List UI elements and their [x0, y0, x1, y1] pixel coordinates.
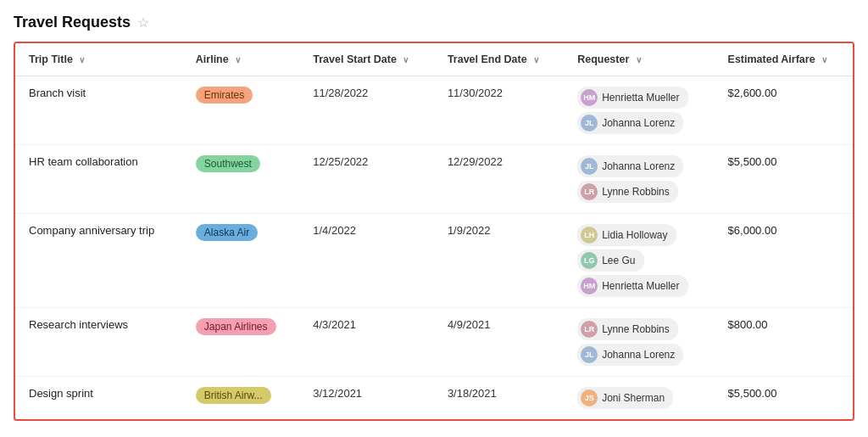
sort-requester-icon: ∨ — [636, 55, 642, 64]
airline-cell: Japan Airlines — [182, 308, 299, 377]
avatar: JL — [581, 346, 598, 363]
avatar: JS — [581, 389, 598, 406]
avatar: LR — [581, 321, 598, 338]
avatar: JL — [581, 115, 598, 132]
travel-start-date-cell: 4/3/2021 — [299, 308, 434, 377]
page-header: Travel Requests ☆ — [14, 14, 854, 31]
requester-name: Johanna Lorenz — [602, 117, 675, 129]
sort-end-date-icon: ∨ — [533, 55, 539, 64]
sort-start-date-icon: ∨ — [403, 55, 409, 64]
requester-name: Lynne Robbins — [602, 323, 670, 335]
requester-chip: JLJohanna Lorenz — [577, 344, 683, 366]
requester-chip: HMHenrietta Mueller — [577, 87, 687, 109]
estimated-airfare-cell: $6,000.00 — [715, 214, 853, 308]
requester-cell: LRLynne RobbinsJLJohanna Lorenz — [564, 308, 714, 377]
requester-name: Joni Sherman — [602, 392, 665, 404]
estimated-airfare-cell: $800.00 — [715, 308, 853, 377]
airline-badge: Japan Airlines — [196, 318, 276, 335]
trip-title-cell: Company anniversary trip — [15, 214, 182, 308]
page-title: Travel Requests — [14, 14, 131, 31]
requester-cell: JSJoni Sherman — [564, 377, 714, 420]
airline-badge: British Airw... — [196, 387, 271, 404]
requester-chip: JSJoni Sherman — [577, 387, 673, 409]
avatar: JL — [581, 158, 598, 175]
col-travel-start-date-label: Travel Start Date — [313, 53, 397, 65]
estimated-airfare-cell: $5,500.00 — [715, 377, 853, 420]
requester-cell: LHLidia HollowayLGLee GuHMHenrietta Muel… — [564, 214, 714, 308]
avatar: LG — [581, 252, 598, 269]
estimated-airfare-cell: $5,500.00 — [715, 145, 853, 214]
col-airline-label: Airline — [196, 53, 229, 65]
col-requester[interactable]: Requester ∨ — [564, 43, 714, 76]
col-trip-title[interactable]: Trip Title ∨ — [15, 43, 182, 76]
table-row: Research interviewsJapan Airlines4/3/202… — [15, 308, 853, 377]
requester-cell: HMHenrietta MuellerJLJohanna Lorenz — [564, 76, 714, 145]
requester-name: Lynne Robbins — [602, 186, 670, 198]
sort-trip-title-icon: ∨ — [79, 55, 85, 64]
requester-chip: LGLee Gu — [577, 249, 643, 272]
requester-chip: HMHenrietta Mueller — [577, 275, 687, 297]
trip-title-value: Branch visit — [29, 87, 86, 99]
travel-start-date-cell: 11/28/2022 — [299, 76, 434, 145]
col-estimated-airfare-label: Estimated Airfare — [728, 53, 815, 65]
travel-end-date-cell: 1/9/2022 — [434, 214, 564, 308]
requester-chip: LRLynne Robbins — [577, 318, 678, 340]
travel-start-date-cell: 3/12/2021 — [299, 377, 434, 420]
requester-chip: JLJohanna Lorenz — [577, 155, 683, 177]
col-estimated-airfare[interactable]: Estimated Airfare ∨ — [715, 43, 853, 76]
requester-chip: JLJohanna Lorenz — [577, 112, 683, 134]
favorite-star-icon[interactable]: ☆ — [137, 14, 149, 31]
sort-airfare-icon: ∨ — [821, 55, 827, 64]
airline-cell: Emirates — [182, 76, 299, 145]
col-airline[interactable]: Airline ∨ — [182, 43, 299, 76]
trip-title-value: Design sprint — [29, 387, 93, 400]
requester-name: Lee Gu — [602, 255, 635, 266]
travel-end-date-cell: 3/18/2021 — [434, 377, 564, 420]
trip-title-cell: HR team collaboration — [15, 145, 182, 214]
estimated-airfare-cell: $2,600.00 — [715, 76, 853, 145]
col-requester-label: Requester — [577, 53, 629, 65]
requester-chip: LRLynne Robbins — [577, 181, 678, 203]
col-travel-end-date-label: Travel End Date — [448, 53, 527, 65]
table-header-row: Trip Title ∨ Airline ∨ Travel Start Date… — [15, 43, 853, 76]
avatar: HM — [581, 277, 598, 294]
travel-requests-table: Trip Title ∨ Airline ∨ Travel Start Date… — [15, 43, 853, 419]
col-travel-end-date[interactable]: Travel End Date ∨ — [434, 43, 564, 76]
avatar: HM — [581, 89, 598, 106]
airline-cell: Southwest — [182, 145, 299, 214]
table-row: HR team collaborationSouthwest12/25/2022… — [15, 145, 853, 214]
requester-name: Lidia Holloway — [602, 229, 667, 241]
avatar: LH — [581, 227, 598, 244]
airline-badge: Southwest — [196, 155, 260, 172]
trip-title-cell: Branch visit — [15, 76, 182, 145]
avatar: LR — [581, 183, 598, 200]
travel-end-date-cell: 12/29/2022 — [434, 145, 564, 214]
travel-end-date-cell: 4/9/2021 — [434, 308, 564, 377]
requester-name: Johanna Lorenz — [602, 349, 675, 361]
travel-start-date-cell: 12/25/2022 — [299, 145, 434, 214]
trip-title-cell: Design sprint — [15, 377, 182, 420]
table-row: Company anniversary tripAlaska Air1/4/20… — [15, 214, 853, 308]
requester-name: Johanna Lorenz — [602, 160, 675, 172]
trip-title-cell: Research interviews — [15, 308, 182, 377]
table-row: Branch visitEmirates11/28/202211/30/2022… — [15, 76, 853, 145]
requester-chip: LHLidia Holloway — [577, 224, 676, 246]
requester-cell: JLJohanna LorenzLRLynne Robbins — [564, 145, 714, 214]
requester-name: Henrietta Mueller — [602, 92, 679, 104]
col-travel-start-date[interactable]: Travel Start Date ∨ — [299, 43, 434, 76]
trip-title-value: HR team collaboration — [29, 155, 138, 168]
travel-requests-table-container: Trip Title ∨ Airline ∨ Travel Start Date… — [14, 42, 854, 421]
trip-title-value: Research interviews — [29, 318, 128, 331]
trip-title-value: Company anniversary trip — [29, 224, 154, 237]
airline-badge: Emirates — [196, 87, 253, 104]
airline-cell: British Airw... — [182, 377, 299, 420]
table-row: Design sprintBritish Airw...3/12/20213/1… — [15, 377, 853, 420]
col-trip-title-label: Trip Title — [29, 53, 73, 65]
travel-start-date-cell: 1/4/2022 — [299, 214, 434, 308]
sort-airline-icon: ∨ — [235, 55, 241, 64]
requester-name: Henrietta Mueller — [602, 280, 679, 292]
airline-cell: Alaska Air — [182, 214, 299, 308]
airline-badge: Alaska Air — [196, 224, 258, 241]
travel-end-date-cell: 11/30/2022 — [434, 76, 564, 145]
